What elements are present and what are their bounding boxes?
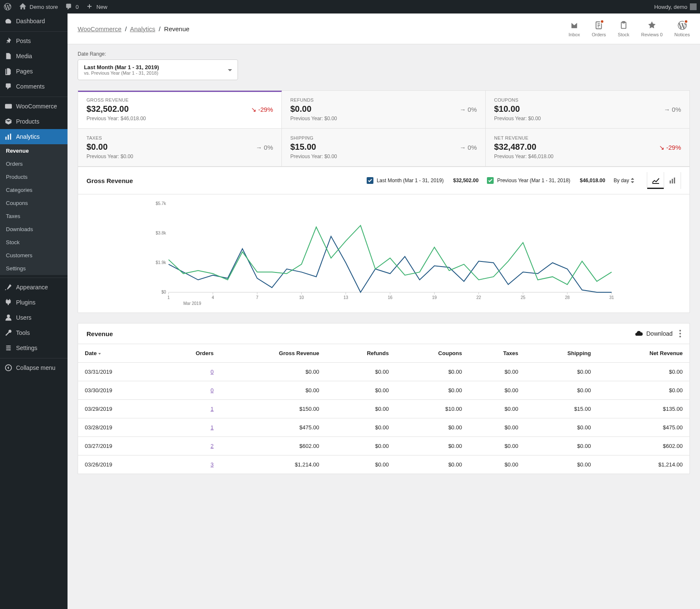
summary-coupons[interactable]: Coupons$10.00→ 0%Previous Year: $0.00 bbox=[486, 91, 689, 129]
sub-item-settings[interactable]: Settings bbox=[0, 262, 68, 275]
sub-item-revenue[interactable]: Revenue bbox=[0, 144, 68, 157]
sort-icon bbox=[631, 178, 634, 183]
sub-item-downloads[interactable]: Downloads bbox=[0, 223, 68, 236]
date-range-label: Date Range: bbox=[78, 51, 690, 57]
ellipsis-menu[interactable] bbox=[679, 330, 681, 337]
col-refunds[interactable]: Refunds bbox=[326, 344, 395, 363]
table-row: 03/29/20191$150.00$0.00$10.00$0.00$15.00… bbox=[78, 400, 689, 418]
activity-stock[interactable]: Stock bbox=[618, 20, 630, 37]
sub-item-customers[interactable]: Customers bbox=[0, 249, 68, 262]
table-card: Revenue Download DateOrdersGross Revenue… bbox=[78, 323, 690, 474]
svg-text:28: 28 bbox=[565, 295, 570, 300]
sidebar-item-collapse-menu[interactable]: Collapse menu bbox=[0, 360, 68, 375]
trend-flat-icon: → 0% bbox=[459, 144, 477, 151]
sidebar-item-posts[interactable]: Posts bbox=[0, 33, 68, 49]
col-shipping[interactable]: Shipping bbox=[525, 344, 597, 363]
col-coupons[interactable]: Coupons bbox=[395, 344, 468, 363]
comments-count[interactable]: 0 bbox=[61, 0, 82, 13]
svg-point-44 bbox=[679, 333, 681, 334]
orders-link[interactable]: 0 bbox=[159, 363, 221, 381]
orders-icon bbox=[594, 20, 604, 30]
activity-reviews[interactable]: Reviews 0 bbox=[641, 20, 663, 37]
svg-text:22: 22 bbox=[476, 295, 481, 300]
sub-item-orders[interactable]: Orders bbox=[0, 157, 68, 170]
sidebar-item-woocommerce[interactable]: WooCommerce bbox=[0, 99, 68, 114]
sub-item-taxes[interactable]: Taxes bbox=[0, 210, 68, 223]
date-range-dropdown[interactable]: Last Month (Mar 1 - 31, 2019) vs. Previo… bbox=[78, 59, 238, 80]
col-date[interactable]: Date bbox=[78, 344, 159, 363]
orders-link[interactable]: 1 bbox=[159, 400, 221, 418]
sidebar-item-analytics[interactable]: Analytics bbox=[0, 129, 68, 144]
orders-link[interactable]: 3 bbox=[159, 455, 221, 474]
sub-item-coupons[interactable]: Coupons bbox=[0, 197, 68, 210]
sidebar-item-tools[interactable]: Tools bbox=[0, 325, 68, 340]
summary-taxes[interactable]: Taxes$0.00→ 0%Previous Year: $0.00 bbox=[78, 129, 282, 167]
svg-rect-12 bbox=[670, 181, 671, 183]
wordpress-icon bbox=[3, 3, 12, 11]
sidebar-item-media[interactable]: Media bbox=[0, 49, 68, 64]
site-name[interactable]: Demo store bbox=[15, 0, 61, 13]
sidebar-item-users[interactable]: Users bbox=[0, 310, 68, 325]
howdy[interactable]: Howdy, demo bbox=[651, 0, 700, 13]
col-gross-revenue[interactable]: Gross Revenue bbox=[220, 344, 326, 363]
summary-shipping[interactable]: Shipping$15.00→ 0%Previous Year: $0.00 bbox=[282, 129, 486, 167]
activity-inbox[interactable]: Inbox bbox=[569, 20, 580, 37]
home-icon bbox=[19, 3, 27, 11]
sidebar-item-dashboard[interactable]: Dashboard bbox=[0, 13, 68, 29]
activity-orders[interactable]: Orders bbox=[592, 20, 606, 37]
download-button[interactable]: Download bbox=[635, 329, 673, 338]
breadcrumb-root[interactable]: WooCommerce bbox=[78, 25, 122, 32]
sidebar-item-appearance[interactable]: Appearance bbox=[0, 280, 68, 295]
orders-link[interactable]: 0 bbox=[159, 381, 221, 400]
sidebar-item-plugins[interactable]: Plugins bbox=[0, 295, 68, 310]
summary-refunds[interactable]: Refunds$0.00→ 0%Previous Year: $0.00 bbox=[282, 91, 486, 129]
svg-text:13: 13 bbox=[343, 295, 349, 300]
trend-flat-icon: → 0% bbox=[664, 106, 681, 113]
sidebar-item-pages[interactable]: Pages bbox=[0, 64, 68, 79]
svg-text:7: 7 bbox=[256, 295, 259, 300]
table-row: 03/28/20191$475.00$0.00$0.00$0.00$0.00$4… bbox=[78, 418, 689, 437]
sub-item-products[interactable]: Products bbox=[0, 170, 68, 183]
trend-down-icon: ↘ -29% bbox=[659, 144, 681, 151]
svg-rect-0 bbox=[5, 104, 12, 109]
legend-secondary[interactable]: Previous Year (Mar 1 - 31, 2018) $46,018… bbox=[487, 177, 605, 184]
sidebar-item-products[interactable]: Products bbox=[0, 114, 68, 129]
interval-dropdown[interactable]: By day bbox=[614, 178, 634, 183]
products-icon bbox=[4, 117, 13, 126]
trend-flat-icon: → 0% bbox=[256, 144, 273, 151]
svg-point-5 bbox=[8, 345, 10, 347]
pin-icon bbox=[4, 37, 13, 45]
orders-link[interactable]: 1 bbox=[159, 418, 221, 437]
checkbox-icon bbox=[367, 177, 373, 184]
wrench-icon bbox=[4, 329, 13, 337]
sidebar-item-settings[interactable]: Settings bbox=[0, 340, 68, 356]
line-chart-tab[interactable] bbox=[647, 172, 664, 189]
breadcrumb-mid[interactable]: Analytics bbox=[130, 25, 155, 32]
col-orders[interactable]: Orders bbox=[159, 344, 221, 363]
legend-primary[interactable]: Last Month (Mar 1 - 31, 2019) $32,502.00 bbox=[367, 177, 478, 184]
svg-text:$5.7k: $5.7k bbox=[156, 201, 166, 206]
col-taxes[interactable]: Taxes bbox=[469, 344, 525, 363]
bar-chart-tab[interactable] bbox=[664, 172, 681, 189]
svg-rect-13 bbox=[672, 179, 673, 183]
orders-link[interactable]: 2 bbox=[159, 437, 221, 455]
chart-title: Gross Revenue bbox=[86, 177, 133, 184]
activity-panel: Inbox Orders Stock Reviews 0 Notices bbox=[569, 20, 690, 37]
sub-item-stock[interactable]: Stock bbox=[0, 236, 68, 249]
summary-gross-revenue[interactable]: Gross Revenue$32,502.00↘ -29%Previous Ye… bbox=[78, 91, 282, 129]
sub-item-categories[interactable]: Categories bbox=[0, 183, 68, 197]
summary-net-revenue[interactable]: Net Revenue$32,487.00↘ -29%Previous Year… bbox=[486, 129, 689, 167]
svg-text:4: 4 bbox=[212, 295, 214, 300]
plug-icon bbox=[4, 298, 13, 307]
svg-text:16: 16 bbox=[388, 295, 393, 300]
activity-notices[interactable]: Notices bbox=[674, 20, 690, 37]
clipboard-icon bbox=[619, 20, 629, 30]
new-content[interactable]: New bbox=[82, 0, 111, 13]
trend-flat-icon: → 0% bbox=[459, 106, 477, 113]
chevron-down-icon bbox=[227, 69, 232, 72]
wp-logo[interactable] bbox=[0, 0, 15, 13]
table-title: Revenue bbox=[86, 330, 113, 337]
revenue-table: DateOrdersGross RevenueRefundsCouponsTax… bbox=[78, 344, 689, 474]
sidebar-item-comments[interactable]: Comments bbox=[0, 79, 68, 94]
col-net-revenue[interactable]: Net Revenue bbox=[597, 344, 689, 363]
